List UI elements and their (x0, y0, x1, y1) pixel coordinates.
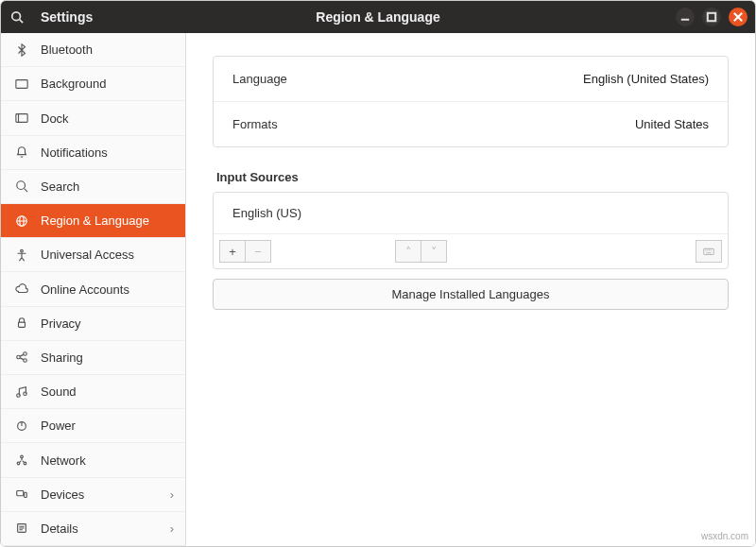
minus-icon: − (254, 245, 262, 259)
svg-point-18 (24, 359, 27, 363)
keyboard-layout-button[interactable] (696, 240, 722, 263)
svg-point-9 (17, 181, 26, 190)
svg-rect-6 (16, 79, 27, 88)
titlebar: Settings Region & Language (1, 1, 755, 33)
sidebar-item-label: Bluetooth (41, 43, 93, 57)
add-input-source-button[interactable]: + (219, 240, 246, 263)
sidebar-item-label: Background (41, 77, 106, 91)
chevron-right-icon: › (170, 487, 174, 502)
globe-icon (14, 214, 29, 228)
sidebar-item-sound[interactable]: Sound (1, 375, 185, 409)
svg-point-0 (12, 12, 21, 21)
move-down-button[interactable]: ˅ (421, 240, 447, 263)
svg-line-1 (20, 20, 24, 24)
sidebar-item-label: Region & Language (41, 214, 149, 228)
sidebar: Bluetooth Background Dock Notifications … (1, 33, 186, 546)
sidebar-item-privacy[interactable]: Privacy (1, 307, 185, 341)
svg-point-14 (21, 249, 24, 252)
formats-value: United States (635, 117, 709, 131)
network-icon (14, 453, 29, 467)
sidebar-item-label: Notifications (41, 145, 108, 160)
svg-rect-7 (16, 114, 27, 123)
sidebar-item-label: Network (41, 453, 86, 468)
svg-point-25 (21, 455, 24, 458)
remove-input-source-button[interactable]: − (245, 240, 271, 263)
accessibility-icon (14, 248, 29, 262)
input-sources-panel: English (US) + − ˄ ˅ (213, 192, 729, 269)
minimize-icon (679, 10, 692, 24)
input-sources-toolbar: + − ˄ ˅ (214, 234, 728, 268)
app-title: Settings (33, 9, 93, 25)
svg-point-21 (17, 393, 21, 397)
cloud-icon (14, 282, 29, 296)
close-icon (731, 10, 745, 24)
svg-line-19 (20, 355, 24, 357)
chevron-up-icon: ˄ (405, 245, 412, 259)
svg-rect-29 (25, 492, 27, 497)
sidebar-item-label: Online Accounts (41, 282, 129, 297)
manage-languages-button[interactable]: Manage Installed Languages (213, 279, 729, 310)
sidebar-item-online-accounts[interactable]: Online Accounts (1, 272, 185, 306)
formats-row[interactable]: Formats United States (214, 102, 728, 146)
sidebar-item-universal-access[interactable]: Universal Access (1, 238, 185, 272)
content-area: Language English (United States) Formats… (186, 33, 755, 546)
sidebar-item-search[interactable]: Search (1, 170, 185, 204)
watermark: wsxdn.com (701, 531, 748, 541)
sidebar-item-bluetooth[interactable]: Bluetooth (1, 33, 185, 67)
power-icon (14, 419, 29, 433)
input-source-name: English (US) (232, 206, 301, 220)
sidebar-item-network[interactable]: Network (1, 443, 185, 477)
dock-icon (14, 111, 29, 125)
maximize-icon (705, 10, 718, 24)
window-controls (676, 8, 755, 26)
sidebar-item-label: Sharing (41, 350, 83, 365)
details-icon (14, 521, 29, 535)
sidebar-item-label: Power (41, 419, 76, 433)
formats-label: Formats (232, 117, 278, 131)
input-sources-heading: Input Sources (216, 170, 729, 184)
search-icon (14, 179, 29, 193)
search-icon (10, 10, 24, 24)
chevron-down-icon: ˅ (431, 245, 438, 259)
plus-icon: + (229, 245, 236, 259)
sidebar-item-devices[interactable]: Devices › (1, 478, 185, 512)
sidebar-item-region-language[interactable]: Region & Language (1, 204, 185, 238)
svg-rect-15 (19, 322, 26, 327)
svg-line-20 (20, 358, 24, 360)
svg-rect-3 (708, 13, 715, 21)
input-source-item[interactable]: English (US) (214, 193, 728, 234)
background-icon (14, 77, 29, 91)
manage-languages-label: Manage Installed Languages (392, 287, 550, 301)
sidebar-item-dock[interactable]: Dock (1, 101, 185, 135)
language-label: Language (232, 72, 287, 86)
bell-icon (14, 145, 29, 159)
devices-icon (14, 487, 29, 501)
share-icon (14, 350, 29, 364)
lock-icon (14, 316, 29, 330)
svg-point-17 (24, 352, 27, 356)
maximize-button[interactable] (702, 8, 721, 26)
sidebar-item-notifications[interactable]: Notifications (1, 136, 185, 170)
sidebar-item-sharing[interactable]: Sharing (1, 341, 185, 375)
language-row[interactable]: Language English (United States) (214, 57, 728, 102)
bluetooth-icon (14, 43, 29, 57)
settings-window: Settings Region & Language Bluetooth Bac… (0, 0, 756, 547)
sidebar-item-background[interactable]: Background (1, 67, 185, 101)
sidebar-item-label: Details (41, 521, 78, 536)
svg-point-16 (17, 356, 21, 360)
sidebar-item-label: Universal Access (41, 248, 134, 262)
move-up-button[interactable]: ˄ (395, 240, 421, 263)
sidebar-item-label: Dock (41, 111, 69, 126)
search-button[interactable] (1, 1, 33, 33)
region-panel: Language English (United States) Formats… (213, 56, 729, 147)
page-title: Region & Language (316, 9, 439, 25)
minimize-button[interactable] (676, 8, 695, 26)
chevron-right-icon: › (170, 521, 174, 536)
sidebar-item-label: Sound (41, 385, 77, 399)
close-button[interactable] (729, 8, 747, 26)
sidebar-item-label: Search (41, 179, 79, 194)
body: Bluetooth Background Dock Notifications … (1, 33, 755, 546)
sidebar-item-power[interactable]: Power (1, 409, 185, 443)
sidebar-item-details[interactable]: Details › (1, 512, 185, 546)
sidebar-item-label: Devices (41, 487, 84, 502)
